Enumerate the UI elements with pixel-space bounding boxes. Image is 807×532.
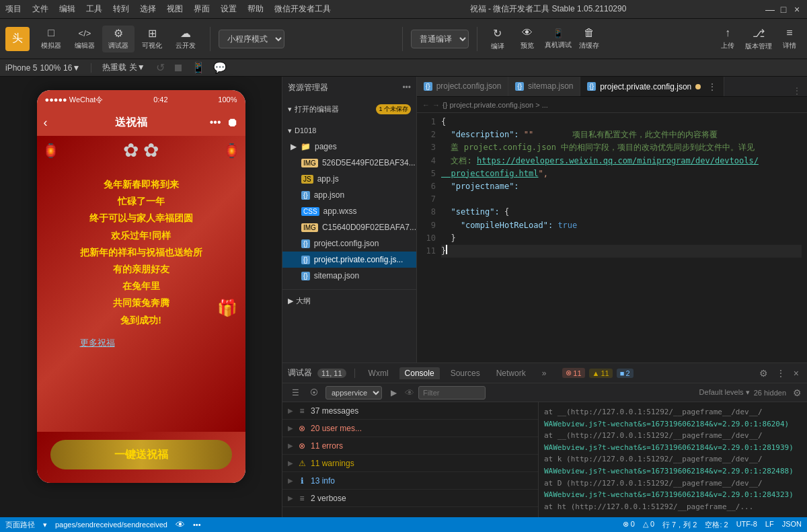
detail-button[interactable]: ≡ 详情 [777,27,802,50]
window-controls[interactable]: — □ × [765,5,802,14]
toolbar-icons: □ 模拟器 </> 编辑器 ⚙ 调试器 ⊞ 可视化 ☁ 云开发 [35,26,202,52]
file-section-open-title[interactable]: ▾ 打开的编辑器 1 个未保存 [282,101,416,117]
editor-button[interactable]: </> 编辑器 [69,26,101,52]
error-indicator[interactable]: ⊗ 11 [562,368,584,378]
path-value[interactable]: pages/sendreceived/sendreceived [55,521,167,529]
menu-item-interface[interactable]: 界面 [194,3,210,15]
menu-item-settings[interactable]: 设置 [221,3,237,15]
service-select[interactable]: appservice [325,386,382,400]
project-folder-title[interactable]: ▾ D1018 [282,122,416,139]
console-settings-icon[interactable]: ⚙ [793,387,802,398]
phone-time: 0:42 [153,96,167,104]
pages-folder[interactable]: ▶ 📁 pages [282,139,416,155]
tabs-overflow-button[interactable]: ⋮ [787,85,807,96]
debug-tab-sources[interactable]: Sources [445,367,486,379]
menu-item-file[interactable]: 文件 [32,3,48,15]
simulator-button[interactable]: □ 模拟器 [35,26,67,52]
more-bottom[interactable]: ••• [193,521,201,529]
visualize-button[interactable]: ⊞ 可视化 [136,26,168,52]
debug-item-4[interactable]: ▶ ℹ 13 info [282,472,538,490]
debug-item-5[interactable]: ▶ ≡ 2 verbose [282,490,538,507]
compile-button[interactable]: ↻ 编译 [486,27,510,51]
expand-button[interactable]: ▶ [386,385,401,400]
phone-frame: ●●●●● WeChat令 0:42 100% ‹ 送祝福 ••• ⏺ 🏮 🏮 … [37,90,245,483]
debug-tab-more[interactable]: » [537,367,552,379]
debug-item-2[interactable]: ▶ ⊗ 11 errors [282,437,538,455]
tab-project-config[interactable]: {} project.config.json [417,77,508,96]
menu-item-goto[interactable]: 转到 [113,3,129,15]
filter-input[interactable] [418,386,486,400]
debug-tab-network[interactable]: Network [491,367,531,379]
info-indicator[interactable]: ■ 2 [617,369,633,378]
error-count: 11 [573,369,581,377]
warning-indicator[interactable]: ▲ 11 [589,369,613,378]
compile-mode-select[interactable]: 普通编译 [411,30,469,48]
file-item-3[interactable]: CSS app.wxss [282,203,416,219]
phone-action-button[interactable]: 一键送祝福 [50,440,232,469]
breadcrumb-nav-forward[interactable]: → [432,101,440,109]
phone-back-button[interactable]: ‹ [44,116,48,130]
menu-item-view[interactable]: 视图 [167,3,183,15]
menu-item-project[interactable]: 项目 [5,3,22,15]
debug-tab-console[interactable]: Console [399,367,440,379]
menu-item-devtool[interactable]: 微信开发者工具 [274,3,331,15]
preview-button[interactable]: 👁 预览 [515,27,539,50]
menu-item-edit[interactable]: 编辑 [59,3,75,15]
debug-item-3[interactable]: ▶ ⚠ 11 warnings [282,455,538,472]
refresh-button[interactable]: ↺ [156,61,165,74]
file-item-4[interactable]: IMG C15640D09F02EBAFA7... [282,219,416,235]
settings-button[interactable]: ⚙ [757,367,771,380]
menu-bar[interactable]: 项目 文件 编辑 工具 转到 选择 视图 界面 设置 帮助 微信开发者工具 [5,3,331,15]
device-debug-button[interactable]: 📱 真机调试 [545,28,572,50]
log-line-9: at ht (http://127.0.0.1:51292/__pagefram… [544,501,802,513]
eye-icon-bottom[interactable]: 👁 [176,519,185,530]
chat-icon: 💬 [213,61,227,74]
file-item-1[interactable]: JS app.js [282,171,416,187]
menu-item-help[interactable]: 帮助 [247,3,264,15]
debugger-label: 调试器 [108,41,128,50]
breadcrumb-nav-back[interactable]: ← [422,101,430,109]
menu-item-tool[interactable]: 工具 [86,3,102,15]
close-debugger-button[interactable]: × [791,367,802,380]
hot-reload-toggle[interactable]: 热重载 关▼ [102,62,145,73]
menu-item-select[interactable]: 选择 [140,3,156,15]
version-button[interactable]: ⎇ 版本管理 [745,27,772,51]
debug-item-1[interactable]: ▶ ⊗ 20 user mes... [282,420,538,437]
file-item-6[interactable]: {} project.private.config.js... [282,252,416,268]
more-options-button[interactable]: ⋮ [773,367,788,380]
file-panel-more[interactable]: ••• [402,83,411,92]
code-line-10: } [441,232,802,245]
file-item-0[interactable]: IMG 526D5E449F02EBAF34... [282,155,416,171]
debugger-button[interactable]: ⚙ 调试器 [102,26,134,52]
tab-private-config[interactable]: {} project.private.config.json ⋮ [580,77,724,96]
stop-button[interactable]: ⏹ [173,62,184,74]
upload-button[interactable]: ↑ 上传 [716,27,740,50]
item-arrow-2: ▶ [288,442,293,449]
file-panel-header: 资源管理器 ••• [282,77,416,98]
tab-sitemap[interactable]: {} sitemap.json [508,77,580,96]
clear-console-button[interactable]: ⦿ [307,385,321,400]
file-item-5[interactable]: {} project.config.json [282,235,416,252]
file-item-7[interactable]: {} sitemap.json [282,268,416,284]
phone-more-link[interactable]: 更多祝福 [80,337,202,349]
debug-tab-wxml[interactable]: Wxml [363,367,394,379]
file-item-2[interactable]: {} app.json [282,187,416,203]
close-button[interactable]: × [792,5,802,14]
tab-more-button[interactable]: ⋮ [707,81,717,92]
outline-section-title[interactable]: ▶ 大纲 [282,293,416,309]
maximize-button[interactable]: □ [779,5,788,14]
debug-item-0[interactable]: ▶ ≡ 37 messages [282,402,538,420]
default-levels-select[interactable]: Default levels ▾ [699,388,750,397]
error-indicators: ⊗ 11 ▲ 11 ■ 2 [562,368,633,378]
phone-more-button[interactable]: ••• [210,116,221,128]
filter-toggle-button[interactable]: ☰ [288,385,303,400]
project-chevron-icon: ▾ [288,126,292,135]
cloud-button[interactable]: ☁ 云开发 [169,26,202,52]
clear-cache-button[interactable]: 🗑 清缓存 [577,27,601,50]
minimize-button[interactable]: — [765,5,775,14]
phone-record-button[interactable]: ⏺ [227,116,239,130]
device-info[interactable]: iPhone 5 100% 16▼ [5,63,80,73]
mode-select[interactable]: 小程序模式 [219,30,284,48]
editor-content[interactable]: 12345 67891011 { "description": "" 项目私有配… [417,113,807,363]
code-editor[interactable]: { "description": "" 项目私有配置文件，此文件中的内容将覆 盖… [441,116,807,360]
